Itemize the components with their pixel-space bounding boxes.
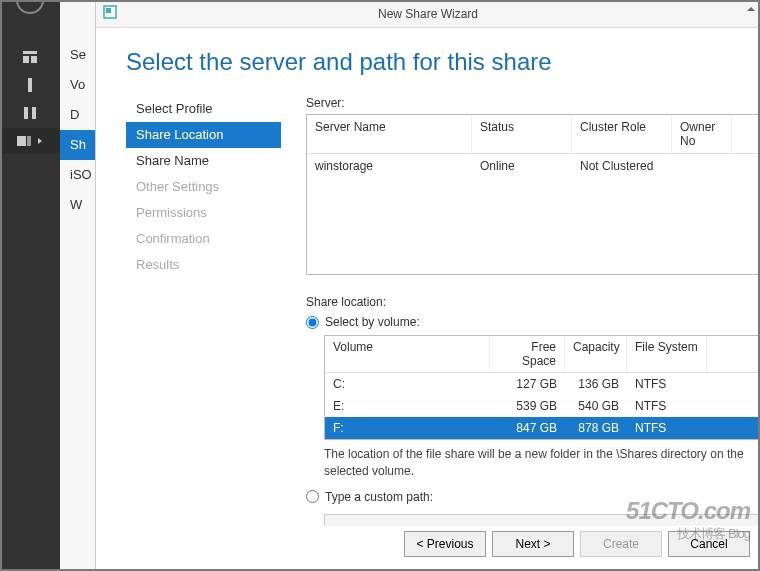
step-share-name[interactable]: Share Name <box>126 148 281 174</box>
rail-file-services-icon[interactable] <box>0 128 60 154</box>
vol-cell: 539 GB <box>490 395 565 417</box>
rail-dashboard-icon[interactable] <box>0 44 60 70</box>
vol-cell: NTFS <box>627 395 707 417</box>
vol-cell: 878 GB <box>565 417 627 439</box>
step-share-location[interactable]: Share Location <box>126 122 281 148</box>
vol-cell: NTFS <box>627 373 707 395</box>
radio-volume-input[interactable] <box>306 316 319 329</box>
sidebar-item-0[interactable]: Se <box>60 40 96 70</box>
sidebar-item-3[interactable]: Sh <box>60 130 96 160</box>
vol-cell: E: <box>325 395 490 417</box>
svg-rect-6 <box>17 136 26 146</box>
server-cell-name: winstorage <box>307 154 472 178</box>
svg-rect-0 <box>23 51 37 54</box>
svg-rect-1 <box>23 56 29 63</box>
step-results: Results <box>126 252 281 278</box>
vol-cell: F: <box>325 417 490 439</box>
svg-rect-9 <box>106 8 111 13</box>
volume-row[interactable]: C: 127 GB 136 GB NTFS <box>325 373 760 395</box>
file-services-sidebar: Se Vo D Sh iSO W <box>60 0 97 571</box>
vol-header-volume[interactable]: Volume <box>325 336 490 372</box>
vol-cell: 127 GB <box>490 373 565 395</box>
server-table[interactable]: Server Name Status Cluster Role Owner No… <box>306 114 760 275</box>
server-row[interactable]: winstorage Online Not Clustered <box>307 154 760 178</box>
volume-row[interactable]: E: 539 GB 540 GB NTFS <box>325 395 760 417</box>
window-icon <box>102 4 118 24</box>
vol-cell: 540 GB <box>565 395 627 417</box>
titlebar: New Share Wizard <box>96 0 760 28</box>
wizard-steps: Select Profile Share Location Share Name… <box>126 96 281 526</box>
wizard-buttons: < Previous Next > Create Cancel <box>404 531 750 557</box>
volume-hint-text: The location of the file share will be a… <box>324 446 760 480</box>
vol-cell: NTFS <box>627 417 707 439</box>
new-share-wizard-window: New Share Wizard Select the server and p… <box>95 0 760 571</box>
server-section-label: Server: <box>306 96 760 110</box>
vol-header-capacity[interactable]: Capacity <box>565 336 627 372</box>
share-location-label: Share location: <box>306 295 760 309</box>
sidebar-item-4[interactable]: iSO <box>60 160 96 190</box>
vol-header-filesystem[interactable]: File System <box>627 336 707 372</box>
volume-table[interactable]: Volume Free Space Capacity File System C… <box>324 335 760 440</box>
server-header-role[interactable]: Cluster Role <box>572 115 672 153</box>
server-cell-role: Not Clustered <box>572 154 672 178</box>
page-title: Select the server and path for this shar… <box>96 28 760 86</box>
radio-custom-label: Type a custom path: <box>325 490 433 504</box>
vol-header-free[interactable]: Free Space <box>490 336 565 372</box>
vol-cell: C: <box>325 373 490 395</box>
cancel-button[interactable]: Cancel <box>668 531 750 557</box>
next-button[interactable]: Next > <box>492 531 574 557</box>
server-header-name[interactable]: Server Name <box>307 115 472 153</box>
create-button: Create <box>580 531 662 557</box>
step-other-settings: Other Settings <box>126 174 281 200</box>
radio-select-by-volume[interactable]: Select by volume: <box>306 315 760 329</box>
server-cell-owner <box>672 154 732 178</box>
sidebar-item-5[interactable]: W <box>60 190 96 220</box>
svg-rect-4 <box>24 107 28 119</box>
server-header-owner[interactable]: Owner No <box>672 115 732 153</box>
volume-row-selected[interactable]: F: 847 GB 878 GB NTFS <box>325 417 760 439</box>
svg-rect-3 <box>28 78 32 92</box>
svg-rect-2 <box>31 56 37 63</box>
scroll-up-arrow-icon[interactable] <box>746 4 756 14</box>
server-header-status[interactable]: Status <box>472 115 572 153</box>
vol-cell: 847 GB <box>490 417 565 439</box>
sidebar-item-2[interactable]: D <box>60 100 96 130</box>
window-title: New Share Wizard <box>96 0 760 28</box>
vol-cell: 136 GB <box>565 373 627 395</box>
radio-volume-label: Select by volume: <box>325 315 420 329</box>
server-cell-status: Online <box>472 154 572 178</box>
svg-rect-7 <box>27 136 31 146</box>
server-manager-rail <box>0 0 60 571</box>
step-select-profile[interactable]: Select Profile <box>126 96 281 122</box>
rail-all-servers-icon[interactable] <box>0 100 60 126</box>
sidebar-item-1[interactable]: Vo <box>60 70 96 100</box>
step-confirmation: Confirmation <box>126 226 281 252</box>
back-circle-icon[interactable] <box>16 0 44 14</box>
step-permissions: Permissions <box>126 200 281 226</box>
previous-button[interactable]: < Previous <box>404 531 486 557</box>
svg-rect-5 <box>32 107 36 119</box>
rail-local-server-icon[interactable] <box>0 72 60 98</box>
radio-custom-input[interactable] <box>306 490 319 503</box>
radio-custom-path[interactable]: Type a custom path: <box>306 490 760 504</box>
custom-path-input <box>324 514 760 526</box>
